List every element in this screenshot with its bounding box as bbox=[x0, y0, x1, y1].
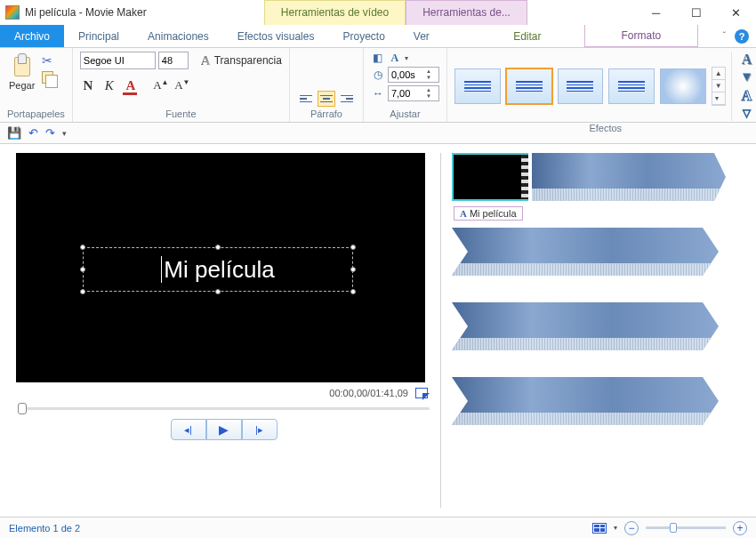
thumbnail-view-button[interactable] bbox=[592, 523, 607, 534]
maximize-button[interactable]: ☐ bbox=[676, 0, 716, 25]
title-text-content: Mi película bbox=[164, 256, 274, 284]
paste-button[interactable]: Pegar bbox=[7, 52, 36, 92]
zoom-out-button[interactable]: − bbox=[624, 521, 639, 535]
shrink-font-button[interactable]: A▼ bbox=[174, 78, 190, 92]
video-clip[interactable] bbox=[452, 302, 719, 350]
group-label-ajustar: Ajustar bbox=[371, 107, 439, 122]
bold-button[interactable]: N bbox=[80, 78, 96, 93]
minimize-button[interactable]: ─ bbox=[636, 0, 676, 25]
tab-proyecto[interactable]: Proyecto bbox=[328, 25, 398, 47]
tab-file[interactable]: Archivo bbox=[0, 25, 64, 47]
save-button[interactable]: 💾 bbox=[7, 126, 21, 140]
effect-item-3[interactable] bbox=[558, 68, 604, 104]
resize-handle[interactable] bbox=[350, 267, 356, 272]
font-size-select[interactable] bbox=[158, 52, 189, 69]
clip-row-3 bbox=[452, 302, 749, 350]
transparency-icon: A bbox=[201, 53, 211, 68]
font-name-select[interactable] bbox=[80, 52, 156, 69]
help-button[interactable]: ? bbox=[735, 29, 749, 44]
cut-button[interactable] bbox=[42, 53, 56, 68]
storyboard[interactable]: A Mi película bbox=[441, 144, 756, 517]
fullscreen-button[interactable] bbox=[415, 388, 428, 398]
zoom-in-button[interactable]: + bbox=[733, 521, 747, 535]
copy-button[interactable] bbox=[42, 71, 53, 84]
close-button[interactable]: ✕ bbox=[716, 0, 756, 25]
resize-handle[interactable] bbox=[80, 289, 85, 294]
zoom-slider-thumb[interactable] bbox=[670, 523, 677, 533]
duration-input[interactable]: ▲▼ bbox=[388, 85, 439, 101]
transparency-button[interactable]: A Transparencia bbox=[201, 53, 282, 68]
ribbon-collapse-icon[interactable]: ˇ bbox=[723, 31, 726, 47]
title-clip[interactable]: A Mi película bbox=[452, 153, 528, 201]
qat-customize-button[interactable]: ▾ bbox=[62, 129, 67, 138]
tab-animaciones[interactable]: Animaciones bbox=[133, 25, 223, 47]
timecode-label: 00:00,00/01:41,09 bbox=[329, 388, 408, 398]
start-time-icon: ◷ bbox=[371, 68, 385, 81]
contextual-tab-text-tools[interactable]: Herramientas de... bbox=[406, 0, 527, 25]
clip-row-4 bbox=[452, 377, 749, 425]
tab-formato[interactable]: Formato bbox=[584, 25, 698, 47]
effect-item-1[interactable] bbox=[454, 68, 501, 104]
effect-item-5[interactable] bbox=[660, 68, 706, 104]
scrub-thumb[interactable] bbox=[18, 403, 27, 414]
scrub-bar[interactable] bbox=[18, 407, 430, 410]
edit-text-button[interactable]: A bbox=[388, 52, 402, 64]
resize-handle[interactable] bbox=[215, 289, 221, 294]
ribbon: Pegar Portapapeles A Transparencia bbox=[0, 48, 756, 123]
video-preview[interactable]: Mi película bbox=[16, 153, 425, 382]
transparency-label: Transparencia bbox=[214, 54, 282, 67]
resize-handle[interactable] bbox=[215, 245, 221, 250]
contextual-tab-video-tools[interactable]: Herramientas de vídeo bbox=[264, 0, 406, 25]
title-clip-text: Mi película bbox=[470, 208, 517, 219]
effect-item-4[interactable] bbox=[608, 68, 655, 104]
resize-handle[interactable] bbox=[350, 245, 356, 250]
prev-frame-button[interactable]: ◂| bbox=[171, 419, 206, 440]
text-shadow-button[interactable]: A ▾ bbox=[737, 52, 756, 84]
play-button[interactable]: ▶ bbox=[206, 419, 242, 440]
duration-icon: ↔ bbox=[371, 87, 385, 100]
resize-handle[interactable] bbox=[80, 245, 85, 250]
group-portapapeles: Pegar Portapapeles bbox=[0, 48, 73, 122]
group-fuente: A Transparencia N K A A▲ A▼ Fuente bbox=[73, 48, 290, 122]
redo-button[interactable]: ↷ bbox=[45, 126, 55, 140]
next-frame-button[interactable]: |▸ bbox=[242, 419, 277, 440]
font-color-button[interactable]: A bbox=[123, 78, 139, 93]
audio-waveform bbox=[452, 413, 719, 425]
text-icon: A bbox=[460, 208, 467, 219]
tab-efectos-visuales[interactable]: Efectos visuales bbox=[223, 25, 329, 47]
group-label-efectos: Efectos bbox=[454, 121, 756, 136]
clipboard-icon bbox=[11, 53, 34, 78]
effect-item-2[interactable] bbox=[506, 68, 552, 104]
zoom-slider[interactable] bbox=[646, 526, 726, 529]
clip-row-2 bbox=[452, 228, 749, 276]
group-parrafo: Párrafo bbox=[290, 48, 364, 122]
audio-waveform bbox=[452, 263, 719, 276]
tab-ver[interactable]: Ver bbox=[399, 25, 444, 47]
tab-editar[interactable]: Editar bbox=[470, 25, 584, 47]
resize-handle[interactable] bbox=[350, 289, 356, 294]
text-caret bbox=[161, 256, 162, 283]
status-bar: Elemento 1 de 2 ▾ − + bbox=[0, 517, 756, 538]
resize-handle[interactable] bbox=[80, 267, 85, 272]
italic-button[interactable]: K bbox=[101, 78, 117, 93]
title-clip-label[interactable]: A Mi película bbox=[454, 206, 523, 221]
playback-controls: ◂| ▶ |▸ bbox=[16, 419, 431, 440]
text-outline-button[interactable]: A ▾ bbox=[737, 88, 756, 121]
bgcolor-button[interactable]: ◧ bbox=[371, 52, 385, 64]
video-clip[interactable] bbox=[532, 153, 726, 201]
align-right-button[interactable] bbox=[338, 91, 356, 107]
ribbon-tabs: Archivo Principal Animaciones Efectos vi… bbox=[0, 25, 756, 48]
work-area: Mi película 00:00,00/01:41,09 ◂| ▶ |▸ A … bbox=[0, 144, 756, 517]
video-clip[interactable] bbox=[452, 377, 719, 425]
effects-gallery-scroll[interactable]: ▲▼▾ bbox=[712, 67, 726, 106]
align-left-button[interactable] bbox=[297, 91, 315, 107]
tab-principal[interactable]: Principal bbox=[64, 25, 133, 47]
align-center-button[interactable] bbox=[318, 91, 335, 107]
title-text-box[interactable]: Mi película bbox=[83, 247, 353, 292]
grow-font-button[interactable]: A▲ bbox=[153, 78, 169, 92]
app-icon bbox=[5, 5, 20, 20]
start-time-input[interactable]: ▲▼ bbox=[388, 67, 439, 83]
group-label-portapapeles: Portapapeles bbox=[7, 107, 65, 122]
undo-button[interactable]: ↶ bbox=[28, 126, 38, 140]
video-clip[interactable] bbox=[452, 228, 719, 276]
